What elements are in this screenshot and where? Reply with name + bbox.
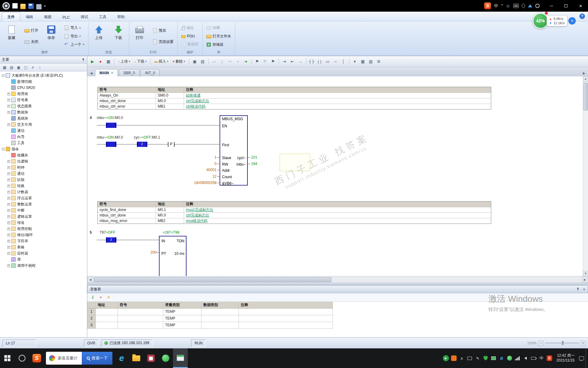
insert-box-icon[interactable] [324,58,331,65]
address-toggle-icon[interactable] [351,58,359,65]
upload-button[interactable]: 上传 [90,23,108,49]
step7-app-button[interactable] [173,348,188,368]
tree-item-project-root[interactable]: 大板桥5号分水房 (E:\牟定\PLC) [0,72,87,79]
sogou-taskbar-button[interactable]: S [29,348,44,368]
insert-coil-icon[interactable] [316,58,323,65]
next-bookmark-icon[interactable] [262,58,269,65]
library-open-folder-button[interactable]: 打开文件夹 [204,33,234,40]
expander-icon[interactable] [7,123,10,126]
tree-item-integer-math[interactable]: 整数运算 [0,201,87,207]
tree-item-clock[interactable]: 时钟 [0,164,87,171]
tree-item-counter[interactable]: 计数器 [0,189,87,195]
nc-contact-cycle-first-done[interactable] [137,142,147,147]
protect-pou-button[interactable]: POU [179,33,201,39]
show-desktop-button[interactable] [586,348,588,368]
next-element-icon[interactable] [297,58,304,65]
previous-button[interactable]: 上一个 ▾ [62,41,87,48]
view-list-icon[interactable] [30,64,36,71]
expander-icon[interactable] [2,148,5,151]
tree-item-symbol-table[interactable]: 符号表 [0,97,87,103]
net-speed-widget[interactable]: 42% ▲5.6K/s ▼11.1K/s + [533,13,576,29]
zoom-in-button[interactable]: + [581,341,586,346]
run-button[interactable] [89,58,96,65]
panel-splitter[interactable] [87,283,588,285]
tree-item-instructions[interactable]: 指令 [0,146,87,152]
expander-icon[interactable] [7,166,10,169]
compile-button[interactable] [105,58,112,65]
tray-expand-icon[interactable] [458,348,466,368]
menu-tab-file[interactable]: 文件 [2,12,20,21]
data-type-cell[interactable] [202,322,239,329]
view-detail-icon[interactable] [16,64,22,71]
tree-item-call-subroutine[interactable]: 调用子例程 [0,263,87,269]
preview-button[interactable]: 预览 [150,27,176,34]
expander-icon[interactable] [7,160,10,163]
expander-icon[interactable] [7,234,10,236]
tab-scroll-right-icon[interactable]: ▶ [581,70,587,76]
view-rows-icon[interactable] [9,64,15,71]
expander-icon[interactable] [7,228,10,230]
sogou-tray-icon[interactable]: S [545,348,553,368]
insert-hline-icon[interactable] [332,58,339,65]
file-explorer-button[interactable] [129,348,144,368]
tab-main[interactable]: MAIN× [95,69,118,76]
pin-icon[interactable] [576,287,580,291]
close-button[interactable] [573,0,588,12]
bluetooth-icon[interactable]: B [498,348,506,368]
tree-item-convert[interactable]: 转换 [0,183,87,189]
help-icon[interactable]: ? [579,13,585,19]
editor-options-icon[interactable] [375,58,383,65]
cortana-button[interactable] [15,348,29,368]
delete-network-icon[interactable] [218,58,226,65]
table-options-icon[interactable] [106,294,112,301]
tab-scroll-left-icon[interactable]: ◀ [89,70,94,76]
download-toolbar-button[interactable]: ↓下载▾ [133,58,149,65]
tree-item-move[interactable]: 传送 [0,220,87,226]
browser-360-button[interactable] [158,348,173,368]
tree-item-logic-ops[interactable]: 逻辑运算 [0,213,87,220]
maximize-button[interactable] [559,0,573,12]
comment-cell[interactable] [239,315,333,322]
empty-comment-box[interactable] [280,154,310,171]
no-contact-mbus-ctrl-done[interactable] [106,142,116,147]
network-icon[interactable] [514,348,522,368]
nc-contact-t97[interactable] [106,237,116,243]
page-setup-button[interactable]: 页面设置 [150,38,176,45]
prev-bookmark-icon[interactable] [270,58,277,65]
tree-item-table[interactable]: 表格 [0,244,87,250]
menu-tab-plc[interactable]: PLC [57,13,75,21]
tree-item-tools[interactable]: 工具 [0,140,87,146]
insert-button[interactable]: ▬插入▾ [153,58,170,65]
new-button[interactable]: 新建 [2,23,21,49]
address-cell[interactable] [96,309,118,315]
minimize-button[interactable] [544,0,559,12]
sogou-ime-icon[interactable]: S [484,2,491,9]
ime-skin-icon[interactable] [528,4,532,7]
menu-tab-edit[interactable]: 编辑 [20,12,39,21]
delete-button[interactable]: ×删除▾ [171,58,187,65]
tree-item-system-block[interactable]: 系统块 [0,115,87,121]
var-type-cell[interactable]: TEMP [163,322,202,329]
tree-item-status-chart[interactable]: 状态图表 [0,103,87,109]
ime-keyboard-icon[interactable] [513,4,519,8]
save-file-icon[interactable] [28,3,34,9]
expander-icon[interactable] [7,178,10,181]
view-grid-icon[interactable] [2,64,8,71]
tab-close-icon[interactable]: × [111,71,113,75]
start-button[interactable] [0,348,15,368]
open-file-icon[interactable] [20,4,26,9]
symbol-cell[interactable] [118,309,163,315]
editor-horizontal-scrollbar[interactable]: ◀ ▶ [87,276,588,283]
display-tray-icon[interactable] [466,348,474,368]
tree-item-cross-reference[interactable]: 交叉引用 [0,121,87,128]
data-type-cell[interactable] [202,309,239,315]
expander-icon[interactable] [7,111,10,114]
new-file-icon[interactable] [12,3,18,9]
tree-item-favorites[interactable]: 收藏夹 [0,152,87,158]
download-button[interactable]: 下载 [109,23,128,49]
ime-punctuation[interactable]: ” [501,2,503,9]
tree-item-communication[interactable]: 通信 [0,128,87,134]
expander-icon[interactable] [7,246,10,249]
pen-tray-icon[interactable] [474,348,482,368]
search-button[interactable]: 搜索一下 [82,352,112,365]
